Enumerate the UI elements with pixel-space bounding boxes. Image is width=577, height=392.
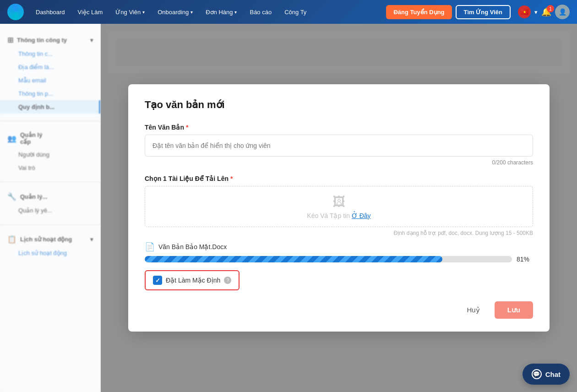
sidebar-section-settings-label: Quản lý...	[20, 193, 47, 200]
modal-footer: Huỷ Lưu	[145, 301, 533, 319]
nav-onboarding[interactable]: Onboarding ▾	[153, 6, 197, 18]
sidebar-divider-2	[0, 182, 100, 182]
topnav: Dashboard Việc Làm Ứng Viên ▾ Onboarding…	[0, 0, 577, 24]
info-icon[interactable]: ?	[224, 277, 231, 284]
post-job-button[interactable]: Đăng Tuyển Dụng	[386, 5, 452, 19]
sidebar-section-user-mgmt-label: Quản lýcấp	[20, 131, 42, 145]
nav-bao-cao[interactable]: Báo cáo	[245, 6, 276, 18]
char-count: 0/200 characters	[145, 159, 533, 166]
default-checkbox[interactable]	[153, 276, 162, 285]
modal-title: Tạo văn bản mới	[145, 99, 533, 111]
progress-row: 81%	[145, 256, 533, 263]
doc-name-field: Tên Văn Bản * 0/200 characters	[145, 124, 533, 166]
settings-icon: 🔧	[7, 192, 16, 201]
save-button[interactable]: Lưu	[495, 301, 533, 319]
language-selector[interactable]: 🇻🇳	[518, 5, 531, 18]
upload-image-icon: 🖼	[332, 194, 345, 209]
topnav-icons: 🇻🇳 ▾ 🔔 1 👤	[518, 5, 570, 19]
sidebar-item-thong-tin-c[interactable]: Thông tin c...	[0, 47, 100, 60]
upload-zone-link[interactable]: Ở Đây	[352, 212, 371, 219]
default-checkbox-label: Đặt Làm Mặc Định	[166, 277, 220, 284]
sidebar-divider-1	[0, 121, 100, 121]
nav-cong-ty[interactable]: Công Ty	[280, 6, 311, 18]
progress-bar-bg	[145, 256, 512, 262]
modal-overlay: Tạo văn bản mới Tên Văn Bản * 0/200 char…	[101, 24, 577, 392]
file-row: 📄 Văn Bản Bảo Mật.Docx	[145, 242, 533, 252]
chevron-down-icon-history: ▾	[90, 236, 93, 243]
sidebar-section-settings: 🔧 Quản lý... Quản lý yê...	[0, 186, 100, 221]
sidebar-section-company-info-header[interactable]: ⊞ Thông tin công ty ▾	[0, 33, 100, 47]
sidebar-item-mau-email[interactable]: Mẫu email	[0, 74, 100, 87]
sidebar-item-lich-su[interactable]: Lịch sử hoạt động	[0, 246, 100, 260]
progress-bar-fill	[145, 256, 442, 262]
company-info-icon: ⊞	[7, 36, 13, 44]
nav-viec-lam[interactable]: Việc Làm	[73, 6, 108, 18]
file-name: Văn Bản Bảo Mật.Docx	[158, 243, 227, 250]
upload-label: Chọn 1 Tài Liệu Để Tải Lên *	[145, 175, 533, 182]
chevron-down-icon: ▾	[90, 37, 93, 44]
create-document-modal: Tạo văn bản mới Tên Văn Bản * 0/200 char…	[128, 84, 550, 332]
sidebar-divider-3	[0, 224, 100, 225]
sidebar-item-dia-diem[interactable]: Địa điểm là...	[0, 60, 100, 74]
user-mgmt-icon: 👥	[7, 134, 16, 143]
sidebar: ⊞ Thông tin công ty ▾ Thông tin c... Địa…	[0, 24, 101, 392]
required-star-upload: *	[230, 175, 233, 182]
progress-percent: 81%	[517, 256, 533, 263]
sidebar-section-history-header[interactable]: 📋 Lịch sử hoạt động ▾	[0, 232, 100, 246]
chat-button[interactable]: 💬 Chat	[523, 364, 570, 385]
sidebar-section-user-mgmt-header[interactable]: 👥 Quản lýcấp	[0, 129, 100, 148]
upload-zone-text: Kéo Và Tập tin Ở Đây	[307, 212, 370, 219]
sidebar-item-vai-tro[interactable]: Vai trò	[0, 161, 100, 174]
upload-zone[interactable]: 🖼 Kéo Và Tập tin Ở Đây	[145, 186, 533, 227]
nav-don-hang[interactable]: Đơn Hàng ▾	[201, 6, 241, 18]
language-chevron[interactable]: ▾	[534, 9, 538, 16]
upload-field: Chọn 1 Tài Liệu Để Tải Lên * 🖼 Kéo Và Tậ…	[145, 175, 533, 236]
app-logo[interactable]	[7, 4, 24, 20]
cancel-button[interactable]: Huỷ	[457, 302, 489, 318]
chat-label: Chat	[545, 370, 561, 378]
sidebar-section-history-label: Lịch sử hoạt động	[20, 236, 72, 243]
main-layout: ⊞ Thông tin công ty ▾ Thông tin c... Địa…	[0, 24, 577, 392]
sidebar-section-user-mgmt: 👥 Quản lýcấp Người dùng Vai trò	[0, 125, 100, 178]
sidebar-section-history: 📋 Lịch sử hoạt động ▾ Lịch sử hoạt động	[0, 229, 100, 263]
sidebar-item-quan-ly-ye[interactable]: Quản lý yê...	[0, 204, 100, 217]
notification-button[interactable]: 🔔 1	[541, 7, 551, 17]
sidebar-item-quy-dinh[interactable]: Quy định b...	[0, 100, 100, 114]
default-checkbox-row[interactable]: Đặt Làm Mặc Định ?	[145, 270, 240, 290]
chat-bubble-icon: 💬	[532, 369, 542, 379]
history-icon: 📋	[7, 235, 16, 244]
sidebar-section-settings-header[interactable]: 🔧 Quản lý...	[0, 190, 100, 204]
sidebar-item-thong-tin-p[interactable]: Thông tin p...	[0, 87, 100, 100]
file-doc-icon: 📄	[145, 242, 155, 252]
doc-name-input[interactable]	[145, 135, 533, 157]
user-avatar[interactable]: 👤	[555, 5, 570, 19]
nav-ung-vien[interactable]: Ứng Viên ▾	[111, 6, 149, 18]
find-candidate-button[interactable]: Tìm Ứng Viên	[456, 5, 511, 19]
sidebar-section-company-info-label: Thông tin công ty	[17, 37, 67, 44]
required-star-name: *	[186, 124, 188, 131]
sidebar-item-nguoi-dung[interactable]: Người dùng	[0, 148, 100, 161]
notification-badge: 1	[547, 5, 554, 12]
content-area: Tạo văn bản mới Tên Văn Bản * 0/200 char…	[101, 24, 577, 392]
nav-dashboard[interactable]: Dashboard	[31, 6, 70, 18]
upload-hint: Định dạng hỗ trợ: pdf, doc, docx. Dung l…	[145, 230, 533, 236]
sidebar-section-company-info: ⊞ Thông tin công ty ▾ Thông tin c... Địa…	[0, 29, 100, 117]
doc-name-label: Tên Văn Bản *	[145, 124, 533, 131]
